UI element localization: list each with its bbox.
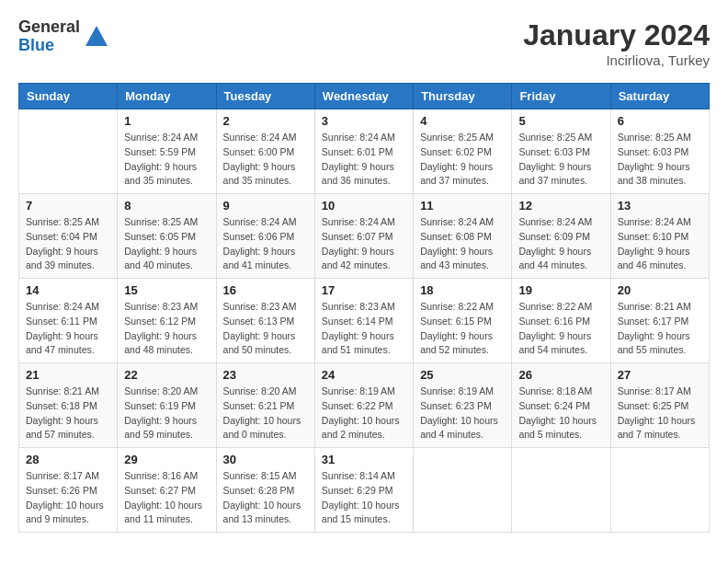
calendar-cell: 2Sunrise: 8:24 AMSunset: 6:00 PMDaylight… <box>216 109 314 194</box>
day-detail: Sunrise: 8:19 AMSunset: 6:22 PMDaylight:… <box>322 385 406 442</box>
day-detail: Sunrise: 8:25 AMSunset: 6:03 PMDaylight:… <box>518 131 603 189</box>
day-number: 20 <box>618 283 702 297</box>
page-header: General Blue January 2024 Incirliova, Tu… <box>18 18 710 68</box>
day-number: 18 <box>420 283 505 297</box>
weekday-header-thursday: Thursday <box>414 84 512 109</box>
logo-icon <box>84 24 109 50</box>
day-number: 2 <box>223 114 308 128</box>
day-number: 4 <box>420 114 505 128</box>
day-number: 30 <box>223 453 308 466</box>
day-detail: Sunrise: 8:17 AMSunset: 6:25 PMDaylight:… <box>618 385 702 442</box>
day-number: 10 <box>322 199 406 213</box>
day-detail: Sunrise: 8:25 AMSunset: 6:04 PMDaylight:… <box>26 215 110 273</box>
day-detail: Sunrise: 8:15 AMSunset: 6:28 PMDaylight:… <box>223 469 308 527</box>
day-detail: Sunrise: 8:24 AMSunset: 6:10 PMDaylight:… <box>618 215 702 273</box>
day-detail: Sunrise: 8:24 AMSunset: 6:06 PMDaylight:… <box>223 215 308 273</box>
day-number: 28 <box>26 453 110 466</box>
calendar-cell: 26Sunrise: 8:18 AMSunset: 6:24 PMDayligh… <box>512 363 610 448</box>
weekday-header-friday: Friday <box>512 84 610 109</box>
calendar-week-row: 7Sunrise: 8:25 AMSunset: 6:04 PMDaylight… <box>19 194 710 279</box>
calendar-cell: 12Sunrise: 8:24 AMSunset: 6:09 PMDayligh… <box>512 194 610 279</box>
calendar-cell: 21Sunrise: 8:21 AMSunset: 6:18 PMDayligh… <box>19 363 118 448</box>
calendar-cell: 17Sunrise: 8:23 AMSunset: 6:14 PMDayligh… <box>314 279 413 363</box>
calendar-cell: 29Sunrise: 8:16 AMSunset: 6:27 PMDayligh… <box>118 448 216 533</box>
calendar-cell: 30Sunrise: 8:15 AMSunset: 6:28 PMDayligh… <box>216 448 314 533</box>
day-number: 3 <box>322 114 406 128</box>
day-number: 26 <box>518 368 603 382</box>
day-number: 6 <box>618 114 702 128</box>
calendar-cell <box>610 448 709 533</box>
day-detail: Sunrise: 8:23 AMSunset: 6:14 PMDaylight:… <box>322 300 406 358</box>
day-number: 11 <box>420 199 505 213</box>
day-detail: Sunrise: 8:24 AMSunset: 6:07 PMDaylight:… <box>322 215 406 273</box>
calendar-cell: 20Sunrise: 8:21 AMSunset: 6:17 PMDayligh… <box>610 279 709 363</box>
calendar-cell <box>512 448 610 533</box>
day-number: 12 <box>518 199 603 213</box>
location-subtitle: Incirliova, Turkey <box>523 52 710 68</box>
day-detail: Sunrise: 8:25 AMSunset: 6:05 PMDaylight:… <box>124 215 209 273</box>
calendar-cell: 18Sunrise: 8:22 AMSunset: 6:15 PMDayligh… <box>414 279 512 363</box>
calendar-cell: 11Sunrise: 8:24 AMSunset: 6:08 PMDayligh… <box>414 194 512 279</box>
day-number: 9 <box>223 199 308 213</box>
calendar-cell: 9Sunrise: 8:24 AMSunset: 6:06 PMDaylight… <box>216 194 314 279</box>
month-year-title: January 2024 <box>523 18 710 52</box>
calendar-cell: 15Sunrise: 8:23 AMSunset: 6:12 PMDayligh… <box>118 279 216 363</box>
day-detail: Sunrise: 8:25 AMSunset: 6:02 PMDaylight:… <box>420 131 505 189</box>
calendar-cell: 3Sunrise: 8:24 AMSunset: 6:01 PMDaylight… <box>314 109 413 194</box>
day-number: 21 <box>26 368 110 382</box>
calendar-cell: 4Sunrise: 8:25 AMSunset: 6:02 PMDaylight… <box>414 109 512 194</box>
day-number: 24 <box>322 368 406 382</box>
calendar-cell: 19Sunrise: 8:22 AMSunset: 6:16 PMDayligh… <box>512 279 610 363</box>
calendar-week-row: 28Sunrise: 8:17 AMSunset: 6:26 PMDayligh… <box>19 448 710 533</box>
weekday-header-tuesday: Tuesday <box>216 84 314 109</box>
day-detail: Sunrise: 8:21 AMSunset: 6:17 PMDaylight:… <box>618 300 702 358</box>
day-detail: Sunrise: 8:14 AMSunset: 6:29 PMDaylight:… <box>322 469 406 527</box>
day-detail: Sunrise: 8:22 AMSunset: 6:16 PMDaylight:… <box>518 300 603 358</box>
calendar-cell: 31Sunrise: 8:14 AMSunset: 6:29 PMDayligh… <box>314 448 413 533</box>
day-detail: Sunrise: 8:17 AMSunset: 6:26 PMDaylight:… <box>26 469 110 527</box>
calendar-cell: 8Sunrise: 8:25 AMSunset: 6:05 PMDaylight… <box>118 194 216 279</box>
day-number: 19 <box>518 283 603 297</box>
calendar-cell: 1Sunrise: 8:24 AMSunset: 5:59 PMDaylight… <box>118 109 216 194</box>
calendar-cell: 16Sunrise: 8:23 AMSunset: 6:13 PMDayligh… <box>216 279 314 363</box>
day-number: 17 <box>322 283 406 297</box>
day-number: 13 <box>618 199 702 213</box>
day-detail: Sunrise: 8:24 AMSunset: 6:00 PMDaylight:… <box>223 131 308 189</box>
calendar-cell: 10Sunrise: 8:24 AMSunset: 6:07 PMDayligh… <box>314 194 413 279</box>
calendar-cell: 7Sunrise: 8:25 AMSunset: 6:04 PMDaylight… <box>19 194 118 279</box>
weekday-header-row: SundayMondayTuesdayWednesdayThursdayFrid… <box>19 84 710 109</box>
day-detail: Sunrise: 8:24 AMSunset: 6:01 PMDaylight:… <box>322 131 406 189</box>
day-detail: Sunrise: 8:21 AMSunset: 6:18 PMDaylight:… <box>26 385 110 442</box>
calendar-cell: 5Sunrise: 8:25 AMSunset: 6:03 PMDaylight… <box>512 109 610 194</box>
day-number: 23 <box>223 368 308 382</box>
day-detail: Sunrise: 8:24 AMSunset: 6:09 PMDaylight:… <box>518 215 603 273</box>
calendar-cell: 28Sunrise: 8:17 AMSunset: 6:26 PMDayligh… <box>19 448 118 533</box>
day-detail: Sunrise: 8:19 AMSunset: 6:23 PMDaylight:… <box>420 385 505 442</box>
weekday-header-monday: Monday <box>118 84 216 109</box>
logo: General Blue <box>18 18 109 55</box>
calendar-cell: 25Sunrise: 8:19 AMSunset: 6:23 PMDayligh… <box>414 363 512 448</box>
day-number: 5 <box>518 114 603 128</box>
svg-marker-0 <box>85 26 108 46</box>
calendar-week-row: 1Sunrise: 8:24 AMSunset: 5:59 PMDaylight… <box>19 109 710 194</box>
calendar-cell: 27Sunrise: 8:17 AMSunset: 6:25 PMDayligh… <box>610 363 709 448</box>
day-detail: Sunrise: 8:16 AMSunset: 6:27 PMDaylight:… <box>124 469 209 527</box>
logo-blue-text: Blue <box>18 37 80 55</box>
day-number: 29 <box>124 453 209 466</box>
day-number: 8 <box>124 199 209 213</box>
calendar-cell: 13Sunrise: 8:24 AMSunset: 6:10 PMDayligh… <box>610 194 709 279</box>
calendar-cell: 24Sunrise: 8:19 AMSunset: 6:22 PMDayligh… <box>314 363 413 448</box>
calendar-cell <box>414 448 512 533</box>
calendar-cell: 14Sunrise: 8:24 AMSunset: 6:11 PMDayligh… <box>19 279 118 363</box>
day-detail: Sunrise: 8:25 AMSunset: 6:03 PMDaylight:… <box>618 131 702 189</box>
day-detail: Sunrise: 8:23 AMSunset: 6:13 PMDaylight:… <box>223 300 308 358</box>
weekday-header-wednesday: Wednesday <box>314 84 413 109</box>
day-detail: Sunrise: 8:24 AMSunset: 6:08 PMDaylight:… <box>420 215 505 273</box>
day-number: 15 <box>124 283 209 297</box>
day-number: 22 <box>124 368 209 382</box>
calendar-cell: 6Sunrise: 8:25 AMSunset: 6:03 PMDaylight… <box>610 109 709 194</box>
day-number: 16 <box>223 283 308 297</box>
day-number: 25 <box>420 368 505 382</box>
weekday-header-saturday: Saturday <box>610 84 709 109</box>
calendar-table: SundayMondayTuesdayWednesdayThursdayFrid… <box>18 83 710 533</box>
